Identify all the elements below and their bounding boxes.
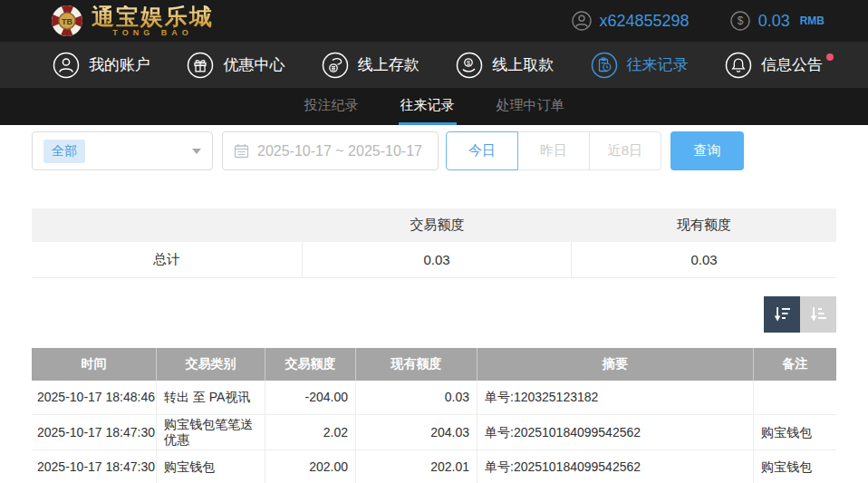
tab-bet-records[interactable]: 投注纪录 bbox=[303, 88, 361, 125]
summary-table: 交易额度 现有额度 总计 0.03 0.03 bbox=[32, 208, 836, 278]
user-icon bbox=[572, 11, 592, 31]
cell-amount: 2.02 bbox=[265, 415, 356, 449]
sub-tab-bar: 投注纪录 往来记录 处理中订单 bbox=[0, 88, 868, 125]
logo-subtitle: TONG BAO bbox=[92, 29, 214, 37]
col-header-remark: 备注 bbox=[754, 348, 836, 381]
cell-amount: -204.00 bbox=[265, 381, 356, 414]
last8days-button[interactable]: 近8日 bbox=[589, 131, 661, 170]
cell-balance: 204.03 bbox=[356, 415, 477, 449]
cell-type: 转出 至 PA视讯 bbox=[157, 381, 265, 414]
cell-time: 2025-10-17 18:48:46 bbox=[32, 381, 157, 414]
search-button[interactable]: 查询 bbox=[670, 131, 744, 170]
cell-balance: 202.01 bbox=[356, 450, 477, 483]
tab-transaction-records[interactable]: 往来记录 bbox=[399, 88, 457, 125]
filter-row: 全部 2025-10-17 ~ 2025-10-17 今日 昨日 近8日 查询 bbox=[32, 131, 836, 170]
transactions-table: 时间 交易类别 交易额度 现有额度 摘要 备注 2025-10-17 18:48… bbox=[32, 348, 836, 483]
table-row: 2025-10-17 18:47:30 购宝钱包 202.00 202.01 单… bbox=[32, 450, 836, 483]
table-header-row: 时间 交易类别 交易额度 现有额度 摘要 备注 bbox=[32, 348, 836, 381]
logo-title: 通宝娱乐城 bbox=[92, 5, 214, 28]
type-select-value: 全部 bbox=[43, 140, 85, 163]
username: x624855298 bbox=[600, 12, 690, 31]
summary-header-empty bbox=[32, 208, 303, 242]
withdraw-icon: $ bbox=[456, 52, 483, 79]
dollar-circle-icon: $ bbox=[730, 11, 750, 31]
cell-summary: 单号:120325123182 bbox=[477, 381, 754, 414]
col-header-summary: 摘要 bbox=[477, 348, 754, 381]
summary-header-row: 交易额度 现有额度 bbox=[32, 208, 836, 242]
summary-current-balance: 0.03 bbox=[572, 242, 836, 277]
balance-currency: RMB bbox=[800, 14, 825, 27]
nav-item-promotions[interactable]: 优惠中心 bbox=[187, 52, 285, 79]
nav-item-records[interactable]: 往来记录 bbox=[591, 52, 689, 79]
site-logo[interactable]: TB 通宝娱乐城 TONG BAO bbox=[50, 4, 214, 38]
col-header-balance: 现有额度 bbox=[356, 348, 477, 381]
yesterday-button[interactable]: 昨日 bbox=[517, 131, 590, 170]
cell-summary: 单号:202510184099542562 bbox=[477, 450, 754, 483]
nav-label: 往来记录 bbox=[627, 54, 689, 75]
records-icon bbox=[591, 52, 618, 79]
tab-label: 投注纪录 bbox=[304, 97, 359, 114]
svg-text:TB: TB bbox=[62, 17, 72, 26]
nav-label: 线上取款 bbox=[492, 54, 554, 75]
nav-label: 线上存款 bbox=[358, 54, 420, 75]
tab-label: 处理中订单 bbox=[497, 97, 564, 114]
summary-header-current-balance: 现有额度 bbox=[572, 208, 836, 242]
today-button[interactable]: 今日 bbox=[446, 131, 518, 170]
cell-amount: 202.00 bbox=[265, 450, 356, 483]
balance-amount: 0.03 bbox=[758, 12, 790, 31]
summary-total-label: 总计 bbox=[32, 242, 303, 277]
cell-remark bbox=[754, 381, 836, 414]
quick-date-group: 今日 昨日 近8日 bbox=[446, 131, 661, 170]
gift-icon bbox=[187, 52, 214, 79]
chevron-down-icon bbox=[192, 149, 201, 154]
top-bar: TB 通宝娱乐城 TONG BAO x624855298 $ 0.03 RMB bbox=[0, 0, 868, 42]
balance-group[interactable]: $ 0.03 RMB bbox=[730, 11, 825, 31]
table-row: 2025-10-17 18:47:30 购宝钱包笔笔送优惠 2.02 204.0… bbox=[32, 415, 836, 450]
sort-ascending-button[interactable] bbox=[800, 296, 836, 333]
deposit-icon bbox=[322, 52, 349, 79]
summary-transaction-amount: 0.03 bbox=[303, 242, 572, 277]
svg-text:$: $ bbox=[737, 14, 743, 27]
notification-dot bbox=[826, 53, 834, 61]
col-header-time: 时间 bbox=[32, 348, 157, 381]
nav-item-my-account[interactable]: 我的账户 bbox=[53, 52, 150, 79]
cell-time: 2025-10-17 18:47:30 bbox=[32, 450, 157, 483]
calendar-icon bbox=[234, 143, 249, 159]
tab-pending-orders[interactable]: 处理中订单 bbox=[495, 88, 566, 125]
cell-type: 购宝钱包 bbox=[157, 450, 265, 483]
sort-controls bbox=[32, 296, 836, 333]
cell-summary: 单号:202510184099542562 bbox=[477, 415, 754, 449]
tab-label: 往来记录 bbox=[400, 97, 455, 114]
cell-type: 购宝钱包笔笔送优惠 bbox=[157, 415, 265, 449]
nav-label: 我的账户 bbox=[89, 54, 150, 75]
col-header-type: 交易类别 bbox=[157, 348, 265, 381]
nav-item-withdraw[interactable]: $ 线上取款 bbox=[456, 52, 554, 79]
cell-time: 2025-10-17 18:47:30 bbox=[32, 415, 157, 449]
col-header-amount: 交易额度 bbox=[265, 348, 356, 381]
date-range-value: 2025-10-17 ~ 2025-10-17 bbox=[257, 143, 422, 159]
nav-label: 优惠中心 bbox=[223, 54, 285, 75]
nav-item-announcements[interactable]: 信息公告 bbox=[725, 52, 823, 79]
account-id-group[interactable]: x624855298 bbox=[572, 11, 690, 31]
nav-item-deposit[interactable]: 线上存款 bbox=[322, 52, 420, 79]
sort-ascending-icon bbox=[808, 304, 828, 324]
cell-balance: 0.03 bbox=[356, 381, 477, 414]
nav-label: 信息公告 bbox=[761, 54, 823, 75]
poker-chip-icon: TB bbox=[50, 4, 84, 38]
sort-descending-button[interactable] bbox=[764, 296, 800, 333]
date-range-input[interactable]: 2025-10-17 ~ 2025-10-17 bbox=[222, 131, 439, 170]
bell-icon bbox=[725, 52, 752, 79]
summary-total-row: 总计 0.03 0.03 bbox=[32, 242, 836, 278]
sort-descending-icon bbox=[772, 304, 792, 324]
cell-remark: 购宝钱包 bbox=[754, 415, 836, 449]
type-select[interactable]: 全部 bbox=[32, 131, 213, 170]
table-row: 2025-10-17 18:48:46 转出 至 PA视讯 -204.00 0.… bbox=[32, 381, 836, 415]
main-nav: 我的账户 优惠中心 线上存款 $ 线上取款 bbox=[0, 42, 868, 88]
summary-header-transaction-amount: 交易额度 bbox=[303, 208, 572, 242]
cell-remark: 购宝钱包 bbox=[754, 450, 836, 483]
user-icon bbox=[53, 52, 80, 79]
